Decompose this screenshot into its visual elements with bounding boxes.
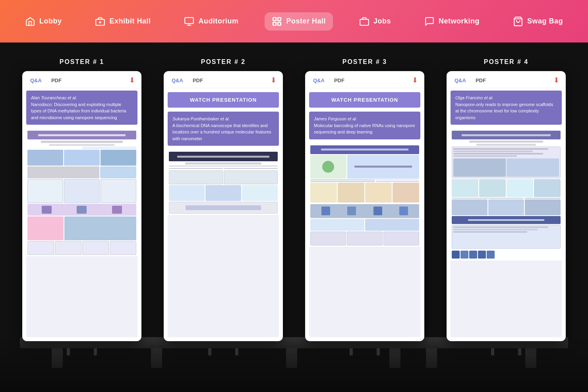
table-leg-3 [286,346,297,368]
poster-1-pdf-tab[interactable]: PDF [50,77,63,84]
svg-rect-8 [273,22,277,25]
poster-4-tabs: Q&A PDF ⬇ [447,71,566,88]
poster-2-image [168,151,279,337]
swag-bag-icon [513,16,523,27]
auditorium-icon [184,16,194,27]
nav-jobs-label: Jobs [373,17,391,25]
poster-1-tabs: Q&A PDF ⬇ [22,71,141,88]
poster-1-image [26,129,137,337]
poster-3-download-icon[interactable]: ⬇ [412,76,418,85]
poster-3-watch-btn[interactable]: WATCH PRESENTATION [309,92,420,108]
poster-column-1: POSTER # 1 Q&A PDF ⬇ Alan Tourancheau et… [18,58,145,355]
networking-icon [424,16,435,27]
poster-1-download-icon[interactable]: ⬇ [129,76,135,85]
nav-jobs[interactable]: Jobs [352,12,398,31]
poster-card-1: Q&A PDF ⬇ Alan Tourancheau et al. Nanodi… [22,71,141,341]
nav-swag-bag-label: Swag Bag [527,17,563,25]
svg-rect-7 [278,17,281,21]
poster-3-author: James Ferguson et al. [314,116,357,121]
poster-3-title: Molecular barcoding of native RNAs using… [314,123,415,135]
poster-4-info: Olga Francino et al. Nanopore-only reads… [451,91,562,125]
nav-lobby-label: Lobby [39,17,62,25]
poster-4-download-icon[interactable]: ⬇ [553,76,559,85]
poster-4-author: Olga Francino et al. [455,95,493,100]
poster-4-image [451,129,562,337]
table-leg-4 [389,346,400,368]
table-leg-2 [151,346,162,368]
nav-lobby[interactable]: Lobby [18,12,69,31]
navigation-bar: Lobby Exhibit Hall Auditorium Poster Hal… [0,0,588,42]
poster-2-tabs: Q&A PDF ⬇ [164,71,283,88]
svg-rect-3 [185,17,194,23]
poster-3-pdf-tab[interactable]: PDF [333,77,346,84]
poster-4-title: Nanopore-only reads to improve genome sc… [455,102,553,120]
svg-rect-9 [278,22,281,25]
nav-exhibit-hall[interactable]: Exhibit Hall [88,12,158,31]
nav-networking[interactable]: Networking [417,12,487,31]
poster-3-qa-tab[interactable]: Q&A [311,77,326,84]
poster-1-label: POSTER # 1 [60,58,104,66]
poster-column-4: POSTER # 4 Q&A PDF ⬇ Olga Francino et al… [443,58,570,355]
poster-3-info: James Ferguson et al. Molecular barcodin… [309,112,420,139]
poster-column-3: POSTER # 3 Q&A PDF ⬇ WATCH PRESENTATION … [301,58,428,355]
poster-3-image [309,144,420,338]
nav-exhibit-label: Exhibit Hall [109,17,151,25]
poster-1-qa-tab[interactable]: Q&A [29,77,43,84]
nav-networking-label: Networking [439,17,480,25]
nav-swag-bag[interactable]: Swag Bag [506,12,570,31]
poster-3-tabs: Q&A PDF ⬇ [305,71,424,88]
poster-card-2: Q&A PDF ⬇ WATCH PRESENTATION Sukanya Pun… [164,71,283,341]
poster-2-pdf-tab[interactable]: PDF [191,77,205,84]
exhibit-icon [95,16,105,27]
poster-2-label: POSTER # 2 [201,58,246,66]
poster-2-qa-tab[interactable]: Q&A [170,77,185,84]
poster-1-info: Alan Tourancheau et al. Nanodisco: Disco… [26,91,137,125]
poster-4-label: POSTER # 4 [484,58,528,66]
table-leg-1 [52,346,63,368]
poster-hall-main: POSTER # 1 Q&A PDF ⬇ Alan Tourancheau et… [0,42,588,392]
jobs-icon [359,16,369,27]
poster-2-info: Sukanya Punthambaker et al. A biochemica… [168,112,279,146]
poster-hall-icon [272,16,282,27]
poster-1-author: Alan Tourancheau et al. [31,95,77,100]
table-leg-5 [426,346,437,368]
svg-rect-10 [360,19,369,25]
nav-auditorium[interactable]: Auditorium [177,12,246,31]
poster-card-4: Q&A PDF ⬇ Olga Francino et al. Nanopore-… [447,71,566,341]
poster-1-title: Nanodisco: Discovering and exploiting mu… [31,102,126,120]
poster-2-author: Sukanya Punthambaker et al. [172,116,230,121]
nav-poster-hall-label: Poster Hall [286,17,326,25]
poster-2-title: A biochemical DNA nanoscope that identif… [172,123,271,141]
poster-2-watch-btn[interactable]: WATCH PRESENTATION [168,92,279,108]
poster-2-download-icon[interactable]: ⬇ [271,76,277,85]
poster-card-3: Q&A PDF ⬇ WATCH PRESENTATION James Fergu… [305,71,424,341]
poster-column-2: POSTER # 2 Q&A PDF ⬇ WATCH PRESENTATION … [160,58,287,355]
nav-auditorium-label: Auditorium [198,17,238,25]
home-icon [25,16,35,27]
poster-3-label: POSTER # 3 [342,58,387,66]
svg-rect-6 [273,17,277,21]
table-leg-6 [525,346,536,368]
nav-poster-hall[interactable]: Poster Hall [265,12,333,31]
poster-4-pdf-tab[interactable]: PDF [474,77,487,84]
poster-4-qa-tab[interactable]: Q&A [453,77,468,84]
